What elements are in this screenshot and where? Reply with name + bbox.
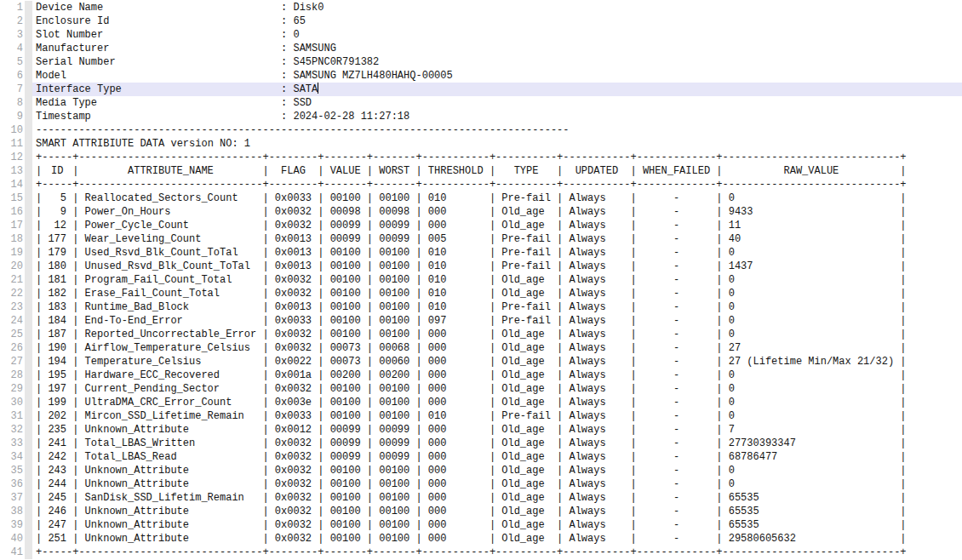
line-number[interactable]: 15 <box>0 191 23 205</box>
editor-line[interactable]: 5 Serial Number: S45PNC0R791382 <box>0 55 962 69</box>
line-number[interactable]: 7 <box>0 83 23 96</box>
editor-line[interactable]: 35 |243|Unknown_Attribute|0x0032|00100|0… <box>0 464 962 477</box>
editor-line[interactable]: 27 |194|Temperature_Celsius|0x0022|00073… <box>0 355 962 369</box>
editor-line[interactable]: 32 |235|Unknown_Attribute|0x0012|00099|0… <box>0 423 962 437</box>
line-number[interactable]: 30 <box>0 396 23 409</box>
editor-line[interactable]: 22 |182|Erase_Fail_Count_Total|0x0032|00… <box>0 287 962 300</box>
table-header-cell: RAW_VALUE <box>723 164 901 178</box>
editor-line[interactable]: 24 |184|End-To-End_Error|0x0033|00100|00… <box>0 314 962 328</box>
editor-line[interactable]: 2 Enclosure Id: 65 <box>0 14 962 28</box>
line-number[interactable]: 9 <box>0 110 23 123</box>
editor-line[interactable]: 36 |244|Unknown_Attribute|0x0032|00100|0… <box>0 477 962 491</box>
line-number[interactable]: 20 <box>0 260 23 273</box>
editor-line[interactable]: 39 |247|Unknown_Attribute|0x0032|00100|0… <box>0 518 962 532</box>
line-number[interactable]: 32 <box>0 423 23 437</box>
line-number[interactable]: 11 <box>0 137 23 151</box>
table-cell: 65535 <box>723 491 901 505</box>
line-number[interactable]: 35 <box>0 464 23 477</box>
line-number[interactable]: 33 <box>0 437 23 450</box>
line-number[interactable]: 2 <box>0 14 23 28</box>
editor-line[interactable]: 3 Slot Number: 0 <box>0 28 962 42</box>
editor-line[interactable]: 9 Timestamp: 2024-02-28 11:27:18 <box>0 110 962 123</box>
line-number[interactable]: 4 <box>0 42 23 55</box>
line-number[interactable]: 27 <box>0 355 23 369</box>
editor-line[interactable]: 6 Model: SAMSUNG MZ7LH480HAHQ-00005 <box>0 69 962 83</box>
editor-line[interactable]: 1 Device Name: Disk0 <box>0 1 962 14</box>
editor-line[interactable]: 29 |197|Current_Pending_Sector|0x0032|00… <box>0 382 962 396</box>
line-number[interactable]: 29 <box>0 382 23 396</box>
editor-line[interactable]: 25 |187|Reported_Uncorrectable_Error|0x0… <box>0 328 962 341</box>
line-number[interactable]: 21 <box>0 273 23 287</box>
table-cell-divider: | <box>716 192 722 204</box>
line-number[interactable]: 10 <box>0 123 23 137</box>
editor-line[interactable]: 20 |180|Unused_Rsvd_Blk_Count_ToTal|0x00… <box>0 260 962 273</box>
editor-line[interactable]: 37 |245|SanDisk_SSD_Lifetim_Remain|0x003… <box>0 491 962 505</box>
editor-line[interactable]: 7 Interface Type: SATA <box>0 83 962 96</box>
line-number[interactable]: 39 <box>0 518 23 532</box>
editor-line[interactable]: 33 |241|Total_LBAS_Written|0x0032|00099|… <box>0 437 962 450</box>
editor-line[interactable]: 41 +-----+------------------------------… <box>0 546 962 559</box>
editor-line[interactable]: 23 |183|Runtime_Bad_Block|0x0013|00100|0… <box>0 300 962 314</box>
line-number[interactable]: 18 <box>0 232 23 246</box>
editor-line[interactable]: 17 |12|Power_Cycle_Count|0x0032|00099|00… <box>0 219 962 232</box>
editor-line[interactable]: 34 |242|Total_LBAS_Read|0x0032|00099|000… <box>0 450 962 464</box>
table-cell: 244 <box>42 477 72 491</box>
editor-line[interactable]: 10 -------------------------------------… <box>0 123 962 137</box>
table-cell-divider: | <box>900 329 906 340</box>
table-cell-divider: | <box>318 260 324 272</box>
line-number[interactable]: 3 <box>0 28 23 42</box>
editor-line[interactable]: 18 |177|Wear_Leveling_Count|0x0013|00099… <box>0 232 962 246</box>
line-number[interactable]: 16 <box>0 205 23 219</box>
line-number[interactable]: 31 <box>0 409 23 423</box>
line-number[interactable]: 38 <box>0 505 23 518</box>
line-number[interactable]: 22 <box>0 287 23 300</box>
editor-line[interactable]: 15 |5|Reallocated_Sectors_Count|0x0033|0… <box>0 191 962 205</box>
line-number[interactable]: 26 <box>0 341 23 355</box>
editor-line[interactable]: 14 +-----+------------------------------… <box>0 178 962 191</box>
table-cell-divider: | <box>36 383 42 395</box>
line-number[interactable]: 37 <box>0 491 23 505</box>
editor-line[interactable]: 16 |9|Power_On_Hours|0x0032|00098|00098|… <box>0 205 962 219</box>
table-cell-divider: | <box>262 533 268 545</box>
editor-line[interactable]: 28 |195|Hardware_ECC_Recovered|0x001a|00… <box>0 369 962 382</box>
line-number[interactable]: 8 <box>0 96 23 110</box>
line-number[interactable]: 25 <box>0 328 23 341</box>
editor-line[interactable]: 26 |190|Airflow_Temperature_Celsius|0x00… <box>0 341 962 355</box>
line-number[interactable]: 19 <box>0 246 23 260</box>
line-number[interactable]: 17 <box>0 219 23 232</box>
editor-line[interactable]: 30 |199|UltraDMA_CRC_Error_Count|0x003e|… <box>0 396 962 409</box>
table-cell: 0x0012 <box>269 423 318 437</box>
table-cell-divider: | <box>367 260 373 272</box>
editor-line[interactable]: 13 |ID|ATTRIBUTE_NAME|FLAG|VALUE|WORST|T… <box>0 164 962 178</box>
editor-line[interactable]: 11 SMART ATTRIBIUTE DATA version NO: 1 <box>0 137 962 151</box>
line-number[interactable]: 36 <box>0 477 23 491</box>
editor-line[interactable]: 19 |179|Used_Rsvd_Blk_Count_ToTal|0x0013… <box>0 246 962 260</box>
table-cell-divider: | <box>490 192 495 204</box>
line-number[interactable]: 28 <box>0 369 23 382</box>
line-number[interactable]: 5 <box>0 55 23 69</box>
line-number[interactable]: 12 <box>0 151 23 164</box>
table-cell-divider: | <box>716 356 722 368</box>
line-number[interactable]: 34 <box>0 450 23 464</box>
text-editor[interactable]: 1 Device Name: Disk0 2 Enclosure Id: 65 … <box>0 0 962 560</box>
line-number[interactable]: 41 <box>0 546 23 559</box>
editor-line[interactable]: 40 |251|Unknown_Attribute|0x0032|00100|0… <box>0 532 962 546</box>
line-number[interactable]: 13 <box>0 164 23 178</box>
table-cell: 000 <box>422 219 490 232</box>
line-number[interactable]: 14 <box>0 178 23 191</box>
line-number[interactable]: 40 <box>0 532 23 546</box>
line-number[interactable]: 24 <box>0 314 23 328</box>
editor-line[interactable]: 8 Media Type: SSD <box>0 96 962 110</box>
table-cell: Unknown_Attribute <box>78 518 262 532</box>
editor-line[interactable]: 31 |202|Mircon_SSD_Lifetime_Remain|0x003… <box>0 409 962 423</box>
line-number[interactable]: 1 <box>0 1 23 14</box>
editor-line[interactable]: 21 |181|Program_Fail_Count_Total|0x0032|… <box>0 273 962 287</box>
device-field-label: Device Name <box>36 1 281 14</box>
line-number[interactable]: 6 <box>0 69 23 83</box>
line-text: |197|Current_Pending_Sector|0x0032|00100… <box>32 382 962 396</box>
editor-line[interactable]: 38 |246|Unknown_Attribute|0x0032|00100|0… <box>0 505 962 518</box>
editor-line[interactable]: 4 Manufacturer: SAMSUNG <box>0 42 962 55</box>
line-number[interactable]: 23 <box>0 300 23 314</box>
table-cell: 0x0032 <box>269 450 318 464</box>
editor-line[interactable]: 12 +-----+------------------------------… <box>0 151 962 164</box>
